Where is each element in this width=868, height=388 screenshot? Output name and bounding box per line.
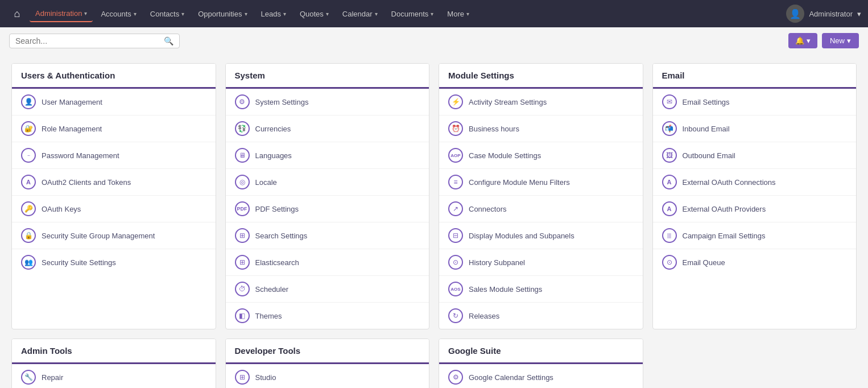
card-email: Email ✉ Email Settings 📬 Inbound Email 🖼… xyxy=(652,63,857,329)
scheduler-label: Scheduler xyxy=(255,285,289,294)
card-header-users-auth: Users & Authentication xyxy=(12,64,216,89)
home-button[interactable]: ⌂ xyxy=(7,3,27,24)
display-modules-label: Display Modules and Subpanels xyxy=(469,232,574,240)
list-item[interactable]: ⏱ Scheduler xyxy=(226,276,429,303)
oauth2-icon: A xyxy=(21,175,36,189)
user-arrow: ▾ xyxy=(857,10,861,18)
cards-grid: Users & Authentication 👤 User Management… xyxy=(11,63,857,329)
search-settings-icon: ⊞ xyxy=(235,228,250,243)
list-item[interactable]: PDF PDF Settings xyxy=(226,196,429,222)
list-item[interactable]: ⊙ Email Queue xyxy=(653,249,857,275)
repair-icon: 🔧 xyxy=(21,370,36,385)
google-calendar-label: Google Calendar Settings xyxy=(469,373,553,382)
locale-icon: ◎ xyxy=(235,175,250,189)
card-google-suite: Google Suite ⚙ Google Calendar Settings xyxy=(439,339,643,388)
nav-item-quotes[interactable]: Quotes ▾ xyxy=(294,6,334,22)
repair-label: Repair xyxy=(42,373,63,382)
list-item[interactable]: ≡ Configure Module Menu Filters xyxy=(439,169,643,196)
list-item[interactable]: 🖥 Languages xyxy=(226,142,429,169)
configure-module-label: Configure Module Menu Filters xyxy=(469,178,570,187)
nav-arrow: ▾ xyxy=(466,11,469,17)
business-hours-label: Business hours xyxy=(469,125,519,133)
list-item[interactable]: ↻ Releases xyxy=(439,303,643,329)
list-item[interactable]: ⚙ Google Calendar Settings xyxy=(439,364,643,388)
list-item[interactable]: ✉ Email Settings xyxy=(653,89,857,115)
oauth-keys-icon: 🔑 xyxy=(21,201,36,216)
card-header-google-suite: Google Suite xyxy=(439,339,643,364)
inbound-email-label: Inbound Email xyxy=(683,125,730,133)
list-item[interactable]: 🔑 OAuth Keys xyxy=(12,196,216,222)
nav-arrow: ▾ xyxy=(181,11,184,17)
list-item[interactable]: ⊞ Studio xyxy=(226,364,429,388)
list-item[interactable]: ↗ Connectors xyxy=(439,196,643,222)
list-item[interactable]: ⊞ Elasticsearch xyxy=(226,249,429,276)
user-management-icon: 👤 xyxy=(21,94,36,109)
display-modules-icon: ⊟ xyxy=(448,228,463,243)
list-item[interactable]: ||| Campaign Email Settings xyxy=(653,222,857,249)
list-item[interactable]: ··· Password Management xyxy=(12,142,216,169)
list-item[interactable]: 🖼 Outbound Email xyxy=(653,142,857,169)
elasticsearch-icon: ⊞ xyxy=(235,255,250,270)
currencies-label: Currencies xyxy=(255,125,291,133)
campaign-email-label: Campaign Email Settings xyxy=(683,232,766,240)
new-button[interactable]: New ▾ xyxy=(822,33,859,48)
search-input[interactable] xyxy=(15,36,164,46)
nav-arrow: ▾ xyxy=(431,11,433,17)
list-item[interactable]: A External OAuth Providers xyxy=(653,196,857,222)
outbound-email-label: Outbound Email xyxy=(683,151,735,160)
nav-item-calendar[interactable]: Calendar ▾ xyxy=(337,6,383,22)
list-item[interactable]: AOP Case Module Settings xyxy=(439,142,643,169)
list-item[interactable]: AOS Sales Module Settings xyxy=(439,276,643,303)
oauth-keys-label: OAuth Keys xyxy=(42,205,81,213)
nav-item-administration[interactable]: Administration ▾ xyxy=(30,6,93,22)
list-item[interactable]: ◎ Locale xyxy=(226,169,429,196)
nav-item-opportunities[interactable]: Opportunities ▾ xyxy=(192,6,253,22)
user-management-label: User Management xyxy=(42,98,102,106)
nav-item-contacts[interactable]: Contacts ▾ xyxy=(144,6,190,22)
list-item[interactable]: ⊙ History Subpanel xyxy=(439,249,643,276)
list-item[interactable]: A OAuth2 Clients and Tokens xyxy=(12,169,216,196)
list-item[interactable]: 🔒 Security Suite Group Management xyxy=(12,222,216,249)
nav-arrow: ▾ xyxy=(326,11,329,17)
list-item[interactable]: 👤 User Management xyxy=(12,89,216,115)
nav-item-more[interactable]: More ▾ xyxy=(441,6,475,22)
card-module-settings: Module Settings ⚡ Activity Stream Settin… xyxy=(439,63,643,329)
email-settings-icon: ✉ xyxy=(662,94,677,109)
list-item[interactable]: ⚡ Activity Stream Settings xyxy=(439,89,643,115)
list-item[interactable]: 👥 Security Suite Settings xyxy=(12,249,216,275)
currencies-icon: 💱 xyxy=(235,121,250,136)
bell-button[interactable]: 🔔 ▾ xyxy=(788,33,817,48)
list-item[interactable]: ⏰ Business hours xyxy=(439,115,643,142)
list-item[interactable]: A External OAuth Connections xyxy=(653,169,857,196)
list-item[interactable]: 📬 Inbound Email xyxy=(653,115,857,142)
list-item[interactable]: ⊟ Display Modules and Subpanels xyxy=(439,222,643,249)
oauth2-label: OAuth2 Clients and Tokens xyxy=(42,178,131,187)
nav-item-leads[interactable]: Leads ▾ xyxy=(255,6,292,22)
user-menu[interactable]: 👤 Administrator ▾ xyxy=(786,5,861,23)
security-suite-group-icon: 🔒 xyxy=(21,228,36,243)
card-users-auth: Users & Authentication 👤 User Management… xyxy=(11,63,216,329)
sales-module-icon: AOS xyxy=(448,282,463,296)
card-header-email: Email xyxy=(653,64,857,89)
nav-arrow: ▾ xyxy=(84,10,87,16)
nav-item-accounts[interactable]: Accounts ▾ xyxy=(95,6,142,22)
scheduler-icon: ⏱ xyxy=(235,282,250,296)
list-item[interactable]: ⊞ Search Settings xyxy=(226,222,429,249)
list-item[interactable]: ◧ Themes xyxy=(226,303,429,329)
pdf-settings-label: PDF Settings xyxy=(255,205,299,213)
external-oauth-connections-icon: A xyxy=(662,175,677,189)
sales-module-label: Sales Module Settings xyxy=(469,285,542,294)
top-right-buttons: 🔔 ▾ New ▾ xyxy=(788,33,859,48)
cards-grid-bottom: Admin Tools 🔧 Repair Developer Tools ⊞ S… xyxy=(11,339,857,388)
configure-module-icon: ≡ xyxy=(448,175,463,189)
list-item[interactable]: 🔐 Role Management xyxy=(12,115,216,142)
main-content: Users & Authentication 👤 User Management… xyxy=(0,54,868,388)
nav-arrow: ▾ xyxy=(283,11,286,17)
activity-stream-icon: ⚡ xyxy=(448,94,463,109)
list-item[interactable]: 💱 Currencies xyxy=(226,115,429,142)
nav-item-documents[interactable]: Documents ▾ xyxy=(386,6,440,22)
list-item[interactable]: ⚙ System Settings xyxy=(226,89,429,115)
list-item[interactable]: 🔧 Repair xyxy=(12,364,216,388)
releases-icon: ↻ xyxy=(448,308,463,323)
email-queue-icon: ⊙ xyxy=(662,255,677,270)
